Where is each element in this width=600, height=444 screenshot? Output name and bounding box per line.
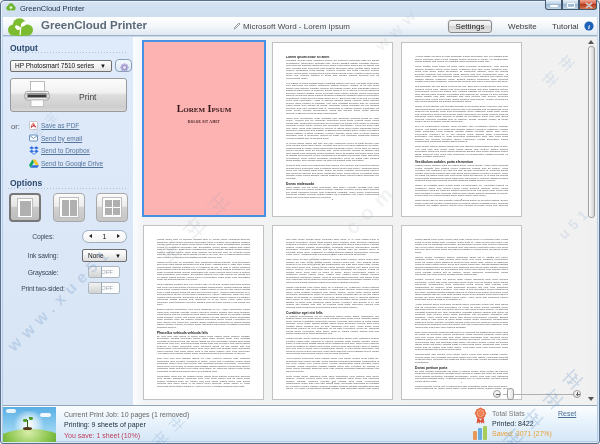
svg-text:i: i [588, 23, 590, 31]
